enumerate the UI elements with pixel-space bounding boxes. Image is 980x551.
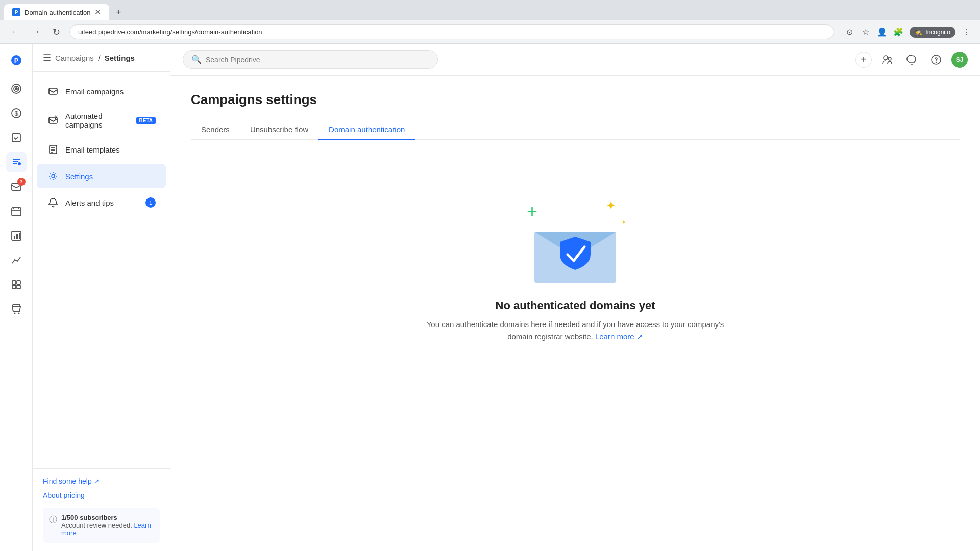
new-tab-button[interactable]: + xyxy=(111,5,126,19)
rail-icon-inbox[interactable]: 3 xyxy=(6,177,27,197)
svg-point-31 xyxy=(884,56,888,60)
incognito-label: Incognito xyxy=(925,29,950,36)
svg-point-32 xyxy=(888,57,891,60)
tab-senders[interactable]: Senders xyxy=(191,120,240,140)
rail-icon-targets[interactable] xyxy=(6,79,27,99)
email-campaigns-icon xyxy=(47,85,59,97)
svg-point-8 xyxy=(18,162,21,165)
alerts-and-tips-label: Alerts and tips xyxy=(65,198,139,207)
subscribers-count: 1/500 subscribers xyxy=(61,514,154,521)
tabs: Senders Unsubscribe flow Domain authenti… xyxy=(191,120,960,140)
svg-rect-20 xyxy=(12,285,16,289)
tab-bar: P Domain authentication ✕ + xyxy=(0,0,980,20)
svg-point-34 xyxy=(936,62,937,62)
email-campaigns-label: Email campaigns xyxy=(65,87,156,96)
svg-point-4 xyxy=(15,88,17,90)
avatar[interactable]: SJ xyxy=(951,52,968,68)
tab-close-button[interactable]: ✕ xyxy=(94,8,101,16)
svg-rect-19 xyxy=(17,281,20,284)
find-help-link[interactable]: Find some help ↗ xyxy=(43,477,160,485)
bell-icon xyxy=(47,196,59,209)
svg-rect-21 xyxy=(17,285,20,289)
address-bar: ← → ↻ uifeed.pipedrive.com/marketing/set… xyxy=(0,20,980,43)
sidebar-item-email-campaigns[interactable]: Email campaigns xyxy=(37,79,166,104)
automated-campaigns-icon xyxy=(47,114,59,127)
incognito-indicator: 🕵 Incognito xyxy=(910,27,955,38)
empty-description: You can authenticate domains here if nee… xyxy=(422,318,728,343)
rail-icon-money[interactable]: $ xyxy=(6,103,27,123)
search-bar[interactable]: 🔍 xyxy=(183,50,438,69)
bulb-icon[interactable] xyxy=(902,51,921,69)
empty-title: No authenticated domains yet xyxy=(496,299,655,312)
profile-icon[interactable]: 👤 xyxy=(877,27,887,37)
email-templates-label: Email templates xyxy=(65,145,156,154)
empty-state: + ✦ ✦ No auth xyxy=(191,160,960,373)
breadcrumb: Campaigns / Settings xyxy=(55,54,135,62)
svg-point-22 xyxy=(14,313,15,314)
tab-unsubscribe-flow[interactable]: Unsubscribe flow xyxy=(240,120,318,140)
alerts-badge: 1 xyxy=(145,197,156,208)
rail-icon-products[interactable] xyxy=(6,274,27,295)
about-pricing-link[interactable]: About pricing xyxy=(43,491,160,499)
active-tab[interactable]: P Domain authentication ✕ xyxy=(4,4,109,20)
find-help-label: Find some help xyxy=(43,477,92,485)
reload-button[interactable]: ↻ xyxy=(49,25,63,39)
svg-rect-24 xyxy=(49,88,57,94)
rail-logo[interactable]: P xyxy=(6,50,27,70)
sidebar-item-automated-campaigns[interactable]: Automated campaigns BETA xyxy=(37,106,166,135)
sidebar-item-alerts-and-tips[interactable]: Alerts and tips 1 xyxy=(37,190,166,215)
cast-icon[interactable]: ⊙ xyxy=(844,27,854,37)
sidebar-item-settings[interactable]: Settings xyxy=(37,164,166,188)
learn-more-link[interactable]: Learn more ↗ xyxy=(595,332,643,341)
rail-icon-marketplace[interactable] xyxy=(6,299,27,319)
rail-icon-analytics[interactable] xyxy=(6,250,27,270)
tab-title: Domain authentication xyxy=(24,9,90,16)
back-button[interactable]: ← xyxy=(8,25,22,39)
beta-badge: BETA xyxy=(136,117,156,124)
menu-button[interactable]: ⋮ xyxy=(962,27,972,37)
tab-favicon: P xyxy=(12,8,20,16)
svg-rect-7 xyxy=(12,134,20,142)
rail-icon-tasks[interactable] xyxy=(6,128,27,148)
rail-icon-reports[interactable] xyxy=(6,226,27,246)
content-area: Campaigns settings Senders Unsubscribe f… xyxy=(170,76,980,551)
browser-chrome: P Domain authentication ✕ + ← → ↻ uifeed… xyxy=(0,0,980,44)
help-icon[interactable] xyxy=(927,51,945,69)
tab-domain-authentication[interactable]: Domain authentication xyxy=(318,120,415,140)
about-pricing-label: About pricing xyxy=(43,491,85,499)
menu-toggle-button[interactable]: ☰ xyxy=(43,52,51,63)
automated-campaigns-label: Automated campaigns xyxy=(65,112,130,129)
sidebar-item-email-templates[interactable]: Email templates xyxy=(37,137,166,162)
bookmark-icon[interactable]: ☆ xyxy=(861,27,871,37)
forward-button[interactable]: → xyxy=(29,25,43,39)
svg-text:P: P xyxy=(14,57,18,64)
url-text: uifeed.pipedrive.com/marketing/settings/… xyxy=(78,28,825,36)
url-bar[interactable]: uifeed.pipedrive.com/marketing/settings/… xyxy=(69,24,834,39)
svg-rect-18 xyxy=(12,281,16,284)
add-button[interactable]: + xyxy=(855,52,872,68)
subscribers-info: ⓘ 1/500 subscribers Account review neede… xyxy=(43,508,160,543)
info-icon: ⓘ xyxy=(49,515,57,525)
svg-text:$: $ xyxy=(14,110,18,117)
sidebar: ☰ Campaigns / Settings Email campaigns xyxy=(33,44,170,551)
breadcrumb-parent[interactable]: Campaigns xyxy=(55,54,94,62)
rail-icon-calendar[interactable] xyxy=(6,201,27,221)
sidebar-header: ☰ Campaigns / Settings xyxy=(33,44,170,72)
sidebar-footer: Find some help ↗ About pricing ⓘ 1/500 s… xyxy=(33,468,170,551)
main-content: 🔍 + xyxy=(170,44,980,551)
search-icon: 🔍 xyxy=(191,55,202,64)
svg-point-30 xyxy=(52,174,55,178)
rail-icon-campaigns[interactable] xyxy=(6,152,27,172)
illustration: + ✦ ✦ xyxy=(519,191,631,283)
external-link-icon: ↗ xyxy=(94,478,99,485)
search-input[interactable] xyxy=(206,56,429,64)
app: P $ xyxy=(0,44,980,551)
svg-rect-16 xyxy=(16,234,18,239)
domain-auth-illustration xyxy=(524,201,626,283)
settings-icon xyxy=(47,170,59,182)
sidebar-nav: Email campaigns Automated campaigns BETA xyxy=(33,72,170,468)
breadcrumb-current: Settings xyxy=(105,54,135,62)
extensions-icon[interactable]: 🧩 xyxy=(893,27,903,37)
icon-rail: P $ xyxy=(0,44,33,551)
people-icon[interactable] xyxy=(878,51,896,69)
